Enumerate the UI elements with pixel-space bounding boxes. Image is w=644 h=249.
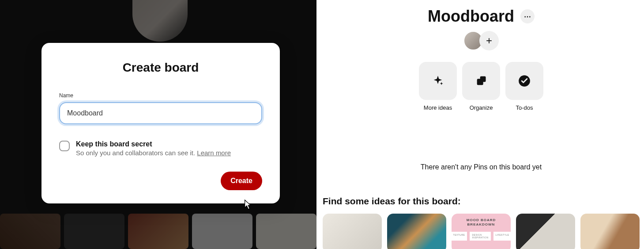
ideas-row: MOOD BOARDBREAKDOWN TEXTURE DESIGN INSPI… (323, 214, 640, 249)
action-label: To-dos (505, 104, 543, 111)
idea-chip: LIFESTYLE (493, 232, 512, 241)
board-header: Moodboard ⋯ + More ideas (323, 7, 640, 111)
board-title: Moodboard (428, 7, 514, 26)
action-label: Organize (462, 104, 500, 111)
svg-rect-1 (480, 77, 486, 82)
plus-icon: + (486, 34, 492, 47)
action-label: More ideas (419, 104, 457, 111)
idea-pin[interactable] (323, 214, 382, 249)
board-actions: More ideas Organize To-d (323, 62, 640, 111)
secret-sub-text: So only you and collaborators can see it… (76, 149, 197, 157)
more-ideas-button[interactable] (419, 62, 457, 100)
idea-chip: TEXTURE (451, 232, 467, 241)
profile-background: Create board Name Keep this board secret… (0, 0, 316, 249)
name-label: Name (59, 92, 262, 99)
create-button[interactable]: Create (221, 172, 262, 190)
idea-pin[interactable] (580, 214, 640, 249)
collaborators-row: + (323, 31, 640, 50)
secret-option-row: Keep this board secret So only you and c… (59, 140, 262, 157)
create-board-modal: Create board Name Keep this board secret… (41, 43, 280, 203)
secret-checkbox[interactable] (59, 141, 70, 151)
board-more-button[interactable]: ⋯ (520, 9, 535, 23)
add-collaborator-button[interactable]: + (479, 31, 499, 50)
check-circle-icon (518, 75, 531, 87)
organize-icon (475, 75, 487, 87)
todos-button[interactable] (505, 62, 543, 100)
empty-board-message: There aren't any Pins on this board yet (323, 163, 640, 171)
idea-chip: DESIGN INSPIRATION (470, 232, 490, 241)
idea-pin[interactable]: MOOD BOARDBREAKDOWN TEXTURE DESIGN INSPI… (452, 214, 511, 249)
secret-subtitle: So only you and collaborators can see it… (76, 149, 231, 157)
ideas-heading: Find some ideas for this board: (323, 196, 640, 207)
sparkle-icon (432, 75, 444, 87)
modal-title: Create board (59, 61, 262, 75)
secret-title: Keep this board secret (76, 140, 231, 148)
board-view: Moodboard ⋯ + More ideas (316, 0, 644, 249)
idea-pin[interactable] (387, 214, 446, 249)
idea-pin[interactable] (516, 214, 575, 249)
idea-text: MOOD BOARDBREAKDOWN (467, 218, 496, 226)
learn-more-link[interactable]: Learn more (197, 149, 231, 157)
board-name-input[interactable] (59, 102, 262, 124)
organize-button[interactable] (462, 62, 500, 100)
ellipsis-icon: ⋯ (524, 12, 531, 21)
